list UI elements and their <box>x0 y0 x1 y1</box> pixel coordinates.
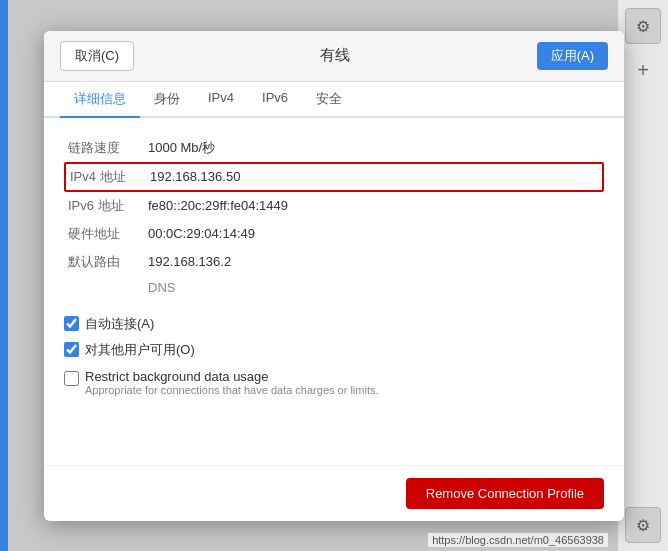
dns-row: DNS <box>64 276 604 299</box>
checkbox-auto-connect[interactable]: 自动连接(A) <box>64 315 604 333</box>
info-row-hardware: 硬件地址 00:0C:29:04:14:49 <box>64 220 604 248</box>
checkboxes: 自动连接(A) 对其他用户可用(O) <box>64 315 604 359</box>
dialog-header: 取消(C) 有线 应用(A) <box>44 31 624 82</box>
label-gateway: 默认路由 <box>68 253 148 271</box>
value-gateway: 192.168.136.2 <box>148 254 231 269</box>
checkbox-other-users-input[interactable] <box>64 342 79 357</box>
dialog-title: 有线 <box>320 46 350 65</box>
info-row-gateway: 默认路由 192.168.136.2 <box>64 248 604 276</box>
dns-label: DNS <box>148 280 175 295</box>
checkbox-other-users-label: 对其他用户可用(O) <box>85 341 195 359</box>
info-row-ipv6: IPv6 地址 fe80::20c:29ff:fe04:1449 <box>64 192 604 220</box>
info-table: 链路速度 1000 Mb/秒 IPv4 地址 192.168.136.50 IP… <box>64 134 604 299</box>
dialog-body: 链路速度 1000 Mb/秒 IPv4 地址 192.168.136.50 IP… <box>44 118 624 465</box>
tab-security[interactable]: 安全 <box>302 82 356 118</box>
restrict-label: Restrict background data usage <box>85 369 379 384</box>
value-ipv6: fe80::20c:29ff:fe04:1449 <box>148 198 288 213</box>
checkbox-other-users[interactable]: 对其他用户可用(O) <box>64 341 604 359</box>
restrict-row: Restrict background data usage Appropria… <box>64 369 604 396</box>
sidebar-plus-top[interactable]: + <box>625 52 661 88</box>
tab-identity[interactable]: 身份 <box>140 82 194 118</box>
label-hardware: 硬件地址 <box>68 225 148 243</box>
dialog-footer: Remove Connection Profile <box>44 465 624 521</box>
sidebar-panel: ⚙ + ⚙ <box>618 0 668 551</box>
tab-ipv6[interactable]: IPv6 <box>248 82 302 118</box>
value-hardware: 00:0C:29:04:14:49 <box>148 226 255 241</box>
tab-ipv4[interactable]: IPv4 <box>194 82 248 118</box>
tabs-bar: 详细信息 身份 IPv4 IPv6 安全 <box>44 82 624 118</box>
url-bar: https://blog.csdn.net/m0_46563938 <box>428 533 608 547</box>
value-speed: 1000 Mb/秒 <box>148 139 215 157</box>
restrict-checkbox[interactable] <box>64 371 79 386</box>
label-ipv4: IPv4 地址 <box>70 168 150 186</box>
cancel-button[interactable]: 取消(C) <box>60 41 134 71</box>
blue-bar <box>0 0 8 551</box>
dialog: 取消(C) 有线 应用(A) 详细信息 身份 IPv4 IPv6 安全 链路速度… <box>44 31 624 521</box>
restrict-desc: Appropriate for connections that have da… <box>85 384 379 396</box>
tab-details[interactable]: 详细信息 <box>60 82 140 118</box>
checkbox-auto-connect-label: 自动连接(A) <box>85 315 154 333</box>
sidebar-gear-bottom[interactable]: ⚙ <box>625 507 661 543</box>
sidebar-gear-top[interactable]: ⚙ <box>625 8 661 44</box>
remove-button[interactable]: Remove Connection Profile <box>406 478 604 509</box>
checkbox-auto-connect-input[interactable] <box>64 316 79 331</box>
value-ipv4: 192.168.136.50 <box>150 169 240 184</box>
label-speed: 链路速度 <box>68 139 148 157</box>
apply-button[interactable]: 应用(A) <box>537 42 608 70</box>
info-row-speed: 链路速度 1000 Mb/秒 <box>64 134 604 162</box>
restrict-text: Restrict background data usage Appropria… <box>85 369 379 396</box>
info-row-ipv4: IPv4 地址 192.168.136.50 <box>64 162 604 192</box>
label-ipv6: IPv6 地址 <box>68 197 148 215</box>
